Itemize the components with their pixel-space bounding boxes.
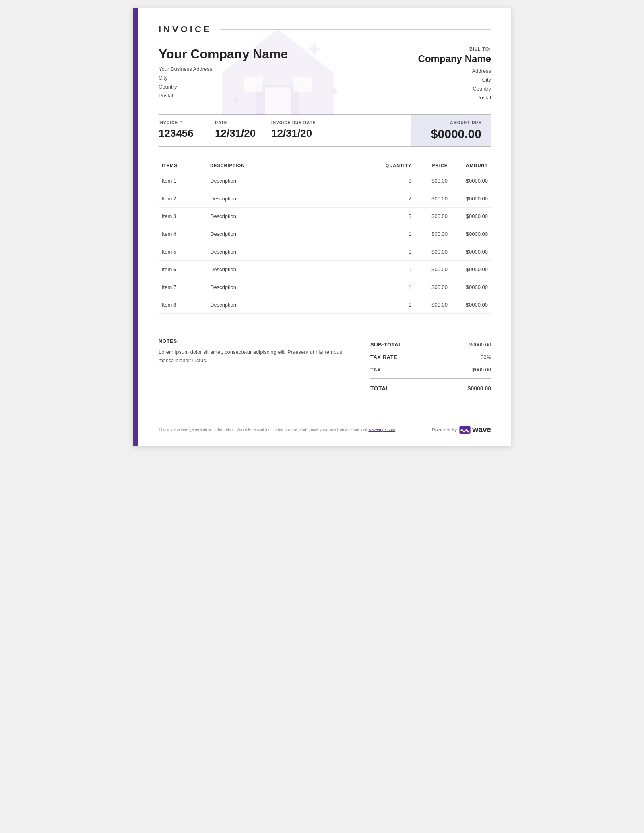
total-label: TOTAL — [370, 385, 390, 392]
date-value: 12/31/20 — [215, 127, 262, 140]
company-section: Your Company Name Your Business Address … — [159, 47, 491, 102]
due-date-value: 12/31/20 — [271, 127, 318, 140]
amount-due-value: $0000.00 — [420, 127, 481, 141]
bill-to-label: BILL TO: — [418, 47, 491, 52]
invoice-title: INVOICE — [159, 24, 212, 35]
to-info: BILL TO: Company Name Address City Count… — [418, 47, 491, 102]
tax-row: TAX $000.00 — [370, 363, 491, 376]
due-date-label: INVOICE DUE DATE — [271, 120, 318, 125]
row-item: Item 8 — [159, 296, 207, 314]
col-header-price: PRICE — [415, 159, 451, 172]
row-quantity: 2 — [378, 190, 415, 208]
row-item: Item 2 — [159, 190, 207, 208]
row-quantity: 3 — [378, 172, 415, 190]
row-amount: $0000.00 — [451, 243, 491, 261]
invoice-number-cell: INVOICE # 123456 — [159, 115, 215, 146]
table-row: Item 7 Description 1 $00.00 $0000.00 — [159, 278, 491, 296]
to-postal: Postal — [418, 93, 491, 102]
row-price: $00.00 — [415, 208, 451, 225]
invoice-number-value: 123456 — [159, 127, 205, 140]
col-header-items: ITEMS — [159, 159, 207, 172]
to-address: Address — [418, 67, 491, 76]
row-quantity: 1 — [378, 296, 415, 314]
subtotal-row: SUB-TOTAL $0000.00 — [370, 338, 491, 351]
notes-text: Lorem ipsum dolor sit amet, consectetur … — [159, 348, 354, 365]
from-city: City — [159, 74, 288, 82]
row-item: Item 1 — [159, 172, 207, 190]
row-amount: $0000.00 — [451, 225, 491, 243]
row-quantity: 1 — [378, 261, 415, 278]
wave-logo-icon — [459, 426, 471, 434]
row-quantity: 1 — [378, 225, 415, 243]
row-quantity: 1 — [378, 243, 415, 261]
total-row: TOTAL $0000.00 — [370, 381, 491, 395]
table-row: Item 8 Description 1 $00.00 $0000.00 — [159, 296, 491, 314]
totals-divider — [370, 378, 491, 379]
footer: This invoice was generated with the help… — [159, 419, 491, 434]
to-company-name: Company Name — [418, 53, 491, 64]
tax-rate-value: 00% — [481, 354, 491, 360]
row-quantity: 3 — [378, 208, 415, 225]
table-row: Item 2 Description 2 $00.00 $0000.00 — [159, 190, 491, 208]
col-header-description: DESCRIPTION — [207, 159, 378, 172]
row-description: Description — [207, 172, 378, 190]
date-label: DATE — [215, 120, 262, 125]
row-description: Description — [207, 261, 378, 278]
row-item: Item 5 — [159, 243, 207, 261]
row-price: $00.00 — [415, 278, 451, 296]
footer-link[interactable]: waveapps.com — [368, 427, 395, 432]
row-item: Item 7 — [159, 278, 207, 296]
from-info: Your Company Name Your Business Address … — [159, 47, 288, 102]
invoice-number-label: INVOICE # — [159, 120, 205, 125]
notes-label: NOTES: — [159, 338, 354, 344]
to-country: Country — [418, 85, 491, 93]
table-row: Item 1 Description 3 $00.00 $0000.00 — [159, 172, 491, 190]
invoice-page: INVOICE Your Company Name Your Business … — [133, 8, 511, 446]
row-price: $00.00 — [415, 190, 451, 208]
tax-label: TAX — [370, 367, 381, 373]
notes-section: NOTES: Lorem ipsum dolor sit amet, conse… — [159, 338, 354, 395]
row-description: Description — [207, 278, 378, 296]
row-item: Item 4 — [159, 225, 207, 243]
from-company-name: Your Company Name — [159, 47, 288, 62]
table-row: Item 4 Description 1 $00.00 $0000.00 — [159, 225, 491, 243]
meta-bar: INVOICE # 123456 DATE 12/31/20 INVOICE D… — [159, 114, 491, 147]
row-item: Item 6 — [159, 261, 207, 278]
row-description: Description — [207, 243, 378, 261]
header-divider — [220, 29, 491, 30]
table-row: Item 6 Description 1 $00.00 $0000.00 — [159, 261, 491, 278]
invoice-content: INVOICE Your Company Name Your Business … — [138, 8, 511, 446]
row-item: Item 3 — [159, 208, 207, 225]
invoice-header: INVOICE — [159, 24, 491, 35]
table-row: Item 3 Description 3 $00.00 $0000.00 — [159, 208, 491, 225]
row-price: $00.00 — [415, 261, 451, 278]
meta-left: INVOICE # 123456 DATE 12/31/20 INVOICE D… — [159, 115, 411, 146]
subtotal-label: SUB-TOTAL — [370, 342, 402, 348]
accent-bar — [133, 8, 138, 446]
powered-by-text: Powered by — [432, 427, 457, 432]
table-body: Item 1 Description 3 $00.00 $0000.00 Ite… — [159, 172, 491, 314]
date-cell: DATE 12/31/20 — [215, 115, 271, 146]
tax-rate-row: TAX RATE 00% — [370, 351, 491, 363]
col-header-amount: AMOUNT — [451, 159, 491, 172]
row-amount: $0000.00 — [451, 190, 491, 208]
table-row: Item 5 Description 1 $00.00 $0000.00 — [159, 243, 491, 261]
due-date-cell: INVOICE DUE DATE 12/31/20 — [271, 115, 328, 146]
items-table: ITEMS DESCRIPTION QUANTITY PRICE AMOUNT … — [159, 159, 491, 314]
row-amount: $0000.00 — [451, 278, 491, 296]
from-postal: Postal — [159, 91, 288, 100]
footer-text: This invoice was generated with the help… — [159, 427, 395, 432]
bottom-section: NOTES: Lorem ipsum dolor sit amet, conse… — [159, 326, 491, 395]
row-amount: $0000.00 — [451, 172, 491, 190]
row-description: Description — [207, 208, 378, 225]
row-amount: $0000.00 — [451, 296, 491, 314]
row-price: $00.00 — [415, 225, 451, 243]
total-value: $0000.00 — [468, 385, 491, 392]
row-description: Description — [207, 190, 378, 208]
row-amount: $0000.00 — [451, 261, 491, 278]
wave-text: wave — [472, 425, 491, 434]
totals-section: SUB-TOTAL $0000.00 TAX RATE 00% TAX $000… — [370, 338, 491, 395]
row-price: $00.00 — [415, 243, 451, 261]
tax-value: $000.00 — [472, 367, 491, 373]
footer-logo: Powered by wave — [432, 425, 491, 434]
